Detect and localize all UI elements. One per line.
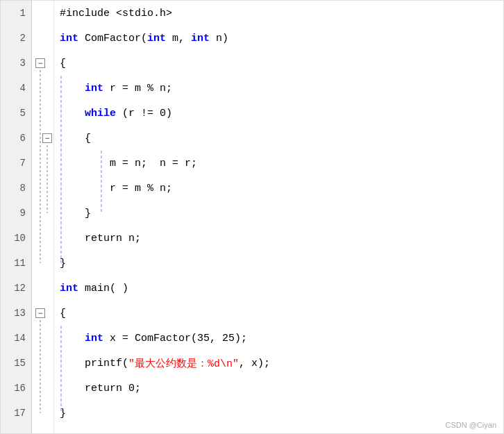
line-number-4: 4: [1, 76, 31, 101]
code-line-17: }: [54, 401, 503, 426]
code-line-12: int main( ): [54, 276, 503, 301]
line-number-10: 10: [1, 226, 31, 251]
code-token: ComFactor(: [78, 33, 147, 44]
code-token: int: [85, 333, 103, 344]
code-token: int: [191, 33, 210, 44]
code-line-2: int ComFactor(int m, int n): [54, 26, 503, 51]
code-line-4: int r = m % n;: [54, 76, 503, 101]
code-token: r = m % n;: [103, 83, 172, 94]
line-number-7: 7: [1, 151, 31, 176]
line-number-8: 8: [1, 176, 31, 201]
line-number-1: 1: [1, 1, 31, 26]
code-token: {: [60, 308, 66, 319]
code-editor: 1234567891011121314151617 −−− #include <…: [0, 0, 504, 434]
code-token: }: [60, 258, 66, 269]
code-token: m = n; n = r;: [60, 158, 197, 169]
code-token: , x);: [239, 358, 270, 369]
code-token: {: [60, 58, 66, 69]
code-line-3: {: [54, 51, 503, 76]
line-numbers: 1234567891011121314151617: [1, 1, 32, 433]
line-number-14: 14: [1, 326, 31, 351]
code-token: printf(: [60, 358, 128, 369]
code-token: }: [60, 208, 91, 219]
code-token: #include <stdio.h>: [60, 8, 172, 19]
code-line-8: r = m % n;: [54, 176, 503, 201]
code-line-10: return n;: [54, 226, 503, 251]
code-line-9: }: [54, 201, 503, 226]
code-token: m,: [166, 33, 191, 44]
line-number-3: 3: [1, 51, 31, 76]
line-number-12: 12: [1, 276, 31, 301]
code-token: }: [60, 408, 66, 419]
line-number-2: 2: [1, 26, 31, 51]
line-number-11: 11: [1, 251, 31, 276]
code-token: return 0;: [60, 383, 141, 394]
line-number-6: 6: [1, 126, 31, 151]
code-line-1: #include <stdio.h>: [54, 1, 503, 26]
code-line-16: return 0;: [54, 376, 503, 401]
line-number-13: 13: [1, 301, 31, 326]
code-token: r = m % n;: [60, 183, 172, 194]
code-token: n): [210, 33, 228, 44]
code-token: while: [85, 108, 116, 119]
line-number-17: 17: [1, 401, 31, 426]
code-token: int: [60, 33, 78, 44]
code-line-7: m = n; n = r;: [54, 151, 503, 176]
line-number-15: 15: [1, 351, 31, 376]
code-token: [60, 333, 85, 344]
fold-button-line-13[interactable]: −: [35, 308, 45, 318]
code-token: return n;: [60, 233, 141, 244]
code-line-13: {: [54, 301, 503, 326]
code-line-11: }: [54, 251, 503, 276]
code-token: int: [85, 83, 103, 94]
code-token: [60, 108, 85, 119]
code-line-14: int x = ComFactor(35, 25);: [54, 326, 503, 351]
code-line-15: printf("最大公约数是：%d\n", x);: [54, 351, 503, 376]
line-number-16: 16: [1, 376, 31, 401]
watermark: CSDN @Ciyan: [445, 421, 496, 429]
fold-button-line-6[interactable]: −: [42, 133, 52, 143]
code-line-6: {: [54, 126, 503, 151]
code-token: {: [60, 133, 91, 144]
code-token: main( ): [78, 283, 128, 294]
code-area: #include <stdio.h>int ComFactor(int m, i…: [54, 1, 503, 433]
code-token: int: [60, 283, 78, 294]
line-number-9: 9: [1, 201, 31, 226]
code-line-5: while (r != 0): [54, 101, 503, 126]
code-token: "最大公约数是：%d\n": [128, 357, 239, 370]
code-token: [60, 83, 85, 94]
fold-button-line-3[interactable]: −: [35, 58, 45, 68]
code-token: (r != 0): [116, 108, 172, 119]
code-token: int: [147, 33, 166, 44]
line-number-5: 5: [1, 101, 31, 126]
code-token: x = ComFactor(35, 25);: [103, 333, 247, 344]
